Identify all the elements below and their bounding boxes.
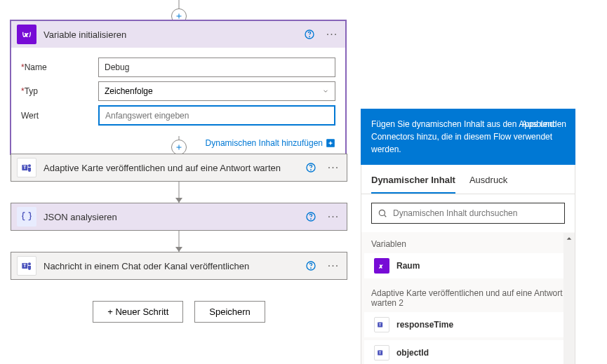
hide-panel-link[interactable]: Ausblenden bbox=[522, 118, 566, 130]
section-adaptive: Adaptive Karte veröffentlichen und auf e… bbox=[361, 281, 575, 312]
search-icon bbox=[378, 208, 387, 218]
svg-point-12 bbox=[311, 170, 312, 170]
help-icon[interactable] bbox=[303, 209, 319, 224]
value-label: Wert bbox=[21, 111, 98, 121]
card-title: JSON analysieren bbox=[44, 212, 296, 222]
value-input[interactable] bbox=[98, 105, 335, 126]
help-icon[interactable] bbox=[302, 27, 317, 42]
search-input-wrapper[interactable] bbox=[371, 203, 565, 224]
svg-point-20 bbox=[379, 210, 385, 215]
type-select[interactable]: Zeichenfolge bbox=[98, 81, 335, 101]
step-adaptive-card[interactable]: T Adaptive Karte veröffentlichen und auf… bbox=[11, 154, 347, 182]
more-icon[interactable]: ··· bbox=[326, 209, 341, 224]
variable-icon: x bbox=[17, 25, 36, 44]
token-responsetime[interactable]: T responseTime bbox=[364, 312, 572, 337]
add-step-button-1[interactable] bbox=[171, 140, 187, 155]
card-title: Nachricht in einem Chat oder Kanal veröf… bbox=[44, 261, 296, 271]
svg-text:T: T bbox=[23, 263, 26, 268]
tab-expression[interactable]: Ausdruck bbox=[469, 170, 507, 194]
svg-line-21 bbox=[385, 215, 387, 217]
svg-text:T: T bbox=[23, 165, 26, 170]
svg-point-4 bbox=[309, 36, 310, 37]
card-title: Variable initialisieren bbox=[44, 29, 295, 40]
teams-icon: T bbox=[374, 317, 389, 332]
section-variables: Variablen bbox=[361, 232, 575, 253]
teams-icon: T bbox=[17, 158, 36, 177]
parse-json-icon bbox=[17, 207, 36, 227]
variable-icon: x bbox=[374, 258, 389, 274]
panel-tip: Fügen Sie dynamischen Inhalt aus den App… bbox=[361, 109, 575, 165]
dynamic-content-panel: Fügen Sie dynamischen Inhalt aus den App… bbox=[361, 109, 575, 364]
card-title: Adaptive Karte veröffentlichen und auf e… bbox=[44, 163, 296, 173]
help-icon[interactable] bbox=[303, 160, 319, 175]
card-header[interactable]: x Variable initialisieren ··· bbox=[11, 21, 345, 48]
svg-point-14 bbox=[311, 219, 312, 220]
scrollbar[interactable] bbox=[563, 233, 575, 364]
svg-text:x: x bbox=[379, 264, 382, 269]
help-icon[interactable] bbox=[303, 258, 319, 274]
svg-text:x: x bbox=[24, 32, 28, 38]
arrow-icon bbox=[175, 247, 182, 252]
step-variable-init[interactable]: x Variable initialisieren ··· *Name *Typ… bbox=[10, 20, 347, 155]
search-input[interactable] bbox=[393, 208, 559, 218]
new-step-button[interactable]: + Neuer Schritt bbox=[93, 301, 183, 323]
step-parse-json[interactable]: JSON analysieren ··· bbox=[11, 203, 347, 231]
teams-icon: T bbox=[17, 256, 36, 276]
more-icon[interactable]: ··· bbox=[326, 258, 341, 274]
teams-icon: T bbox=[374, 345, 389, 360]
step-post-message[interactable]: T Nachricht in einem Chat oder Kanal ver… bbox=[11, 252, 347, 280]
scroll-up-icon[interactable] bbox=[563, 233, 575, 244]
sparkle-icon bbox=[326, 138, 335, 148]
token-raum[interactable]: x Raum bbox=[364, 253, 572, 278]
svg-point-17 bbox=[28, 262, 31, 265]
type-label: *Typ bbox=[21, 86, 98, 96]
svg-point-19 bbox=[311, 268, 312, 269]
arrow-icon bbox=[175, 198, 182, 203]
tab-dynamic-content[interactable]: Dynamischer Inhalt bbox=[371, 170, 455, 194]
chevron-down-icon bbox=[322, 88, 329, 95]
svg-marker-29 bbox=[567, 237, 572, 239]
save-button[interactable]: Speichern bbox=[194, 301, 265, 323]
more-icon[interactable]: ··· bbox=[326, 160, 341, 175]
svg-point-10 bbox=[28, 164, 31, 167]
more-icon[interactable]: ··· bbox=[324, 27, 340, 42]
token-objectid[interactable]: T objectId bbox=[364, 340, 572, 364]
name-label: *Name bbox=[21, 62, 98, 72]
name-input[interactable] bbox=[98, 58, 335, 77]
